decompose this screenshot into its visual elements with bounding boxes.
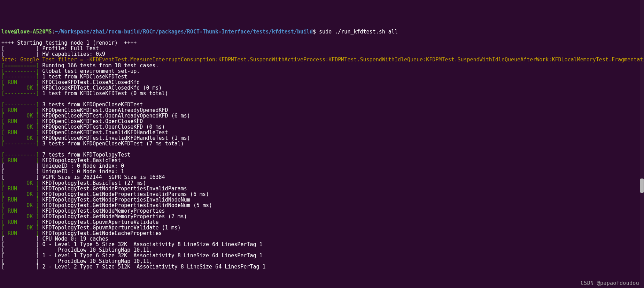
watermark: CSDN @papaofdoudou xyxy=(581,280,639,286)
gtest-prefix: [----------] xyxy=(1,141,39,147)
prompt: love@love-A520MS:~/Workspace/zhai/rocm-b… xyxy=(1,29,316,35)
gtest-output-lines: [==========] Running 166 tests from 18 t… xyxy=(1,63,643,270)
terminal-output[interactable]: love@love-A520MS:~/Workspace/zhai/rocm-b… xyxy=(1,23,643,275)
gtest-text: 1 test from KFDCloseKFDTest (0 ms total) xyxy=(39,90,168,97)
gtest-prefix: [----------] xyxy=(1,90,39,97)
prompt-separator: : xyxy=(52,29,55,35)
prompt-path: ~/Workspace/zhai/rocm-build/ROCm/package… xyxy=(55,29,313,35)
scrollbar-track[interactable] xyxy=(640,0,644,288)
gtest-prefix: [ ] xyxy=(1,264,39,270)
gtest-text: 3 tests from KFDOpenCloseKFDTest (7 ms t… xyxy=(39,141,184,147)
prompt-user: love@love-A520MS xyxy=(1,29,52,35)
scrollbar-thumb[interactable] xyxy=(640,179,644,193)
gtest-text: 2 - Level 2 Type 7 Size 512K Associativi… xyxy=(39,264,265,270)
command-text: sudo ./run_kfdtest.sh all xyxy=(316,29,398,35)
prompt-dollar: $ xyxy=(313,29,316,35)
